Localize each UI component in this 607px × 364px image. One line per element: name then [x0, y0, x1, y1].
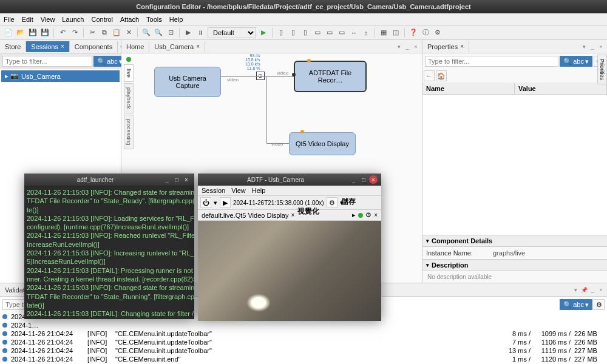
minimize-icon[interactable]: _ [589, 286, 596, 294]
section-description[interactable]: ▾ Description [422, 259, 607, 271]
zoom-in-icon[interactable]: 🔍 [141, 28, 151, 38]
launcher-window[interactable]: adtf_launcher _ □ × 2024-11-26 21:15:03 … [24, 174, 194, 319]
node-camera-capture[interactable]: Usb Camera Capture video [154, 67, 221, 97]
log-row[interactable]: 2024-11-26 21:04:24[INFO]"CE.CEMenu.init… [0, 346, 607, 355]
run-icon[interactable]: ▶ [259, 28, 268, 38]
grid-icon[interactable]: ▦ [379, 28, 388, 38]
save-icon[interactable]: 💾 [28, 28, 38, 38]
prop-filter-input[interactable] [425, 56, 558, 67]
distribute-v-icon[interactable]: ↕ [361, 28, 371, 38]
tab-priorities[interactable]: Priorities [597, 55, 607, 84]
tree-item-usb-camera[interactable]: ▸ 📷 Usb_Camera [1, 70, 120, 82]
play-icon[interactable]: ▶ [183, 28, 193, 38]
close-icon[interactable]: × [182, 175, 191, 184]
close-icon[interactable]: × [196, 43, 200, 50]
node-video-display[interactable]: video Qt5 Video Display [289, 132, 356, 155]
menu-help[interactable]: Help [169, 16, 183, 23]
power-icon[interactable]: ⏻ [200, 197, 211, 208]
video-window[interactable]: ADTF - Usb_Camera _ □ × Session View Hel… [198, 174, 381, 319]
dropdown-icon[interactable]: ▾ [580, 43, 588, 50]
align-center-icon[interactable]: ▯ [288, 28, 298, 38]
play-icon[interactable]: ▶ [220, 197, 231, 208]
cut-icon[interactable]: ✂ [87, 28, 97, 38]
section-component-details[interactable]: ▾ Component Details [422, 235, 607, 247]
info-icon[interactable]: ⓘ [421, 28, 430, 38]
pin-icon[interactable]: 📌 [580, 286, 588, 294]
log-row[interactable]: 2024-11-26 21:04:24[INFO]"CE.CEMenu.init… [0, 355, 607, 363]
undo-icon[interactable]: ↶ [58, 28, 67, 38]
distribute-h-icon[interactable]: ↔ [349, 28, 359, 38]
tab-home[interactable]: Home [121, 41, 149, 52]
tab-settings-icon[interactable]: ⚙ [365, 211, 371, 219]
paste-icon[interactable]: 📋 [112, 28, 121, 38]
minimize-icon[interactable]: _ [350, 175, 358, 184]
video-tab[interactable]: default.live.Qt5 Video Display [202, 212, 289, 219]
maximize-icon[interactable]: □ [172, 175, 181, 184]
align-top-icon[interactable]: ▭ [313, 28, 322, 38]
menu-control[interactable]: Control [91, 16, 112, 23]
close-icon[interactable]: × [374, 212, 378, 218]
zoom-fit-icon[interactable]: ⊡ [166, 28, 175, 38]
align-middle-icon[interactable]: ▭ [325, 28, 334, 38]
close-icon[interactable]: × [460, 43, 464, 50]
snap-icon[interactable]: ◫ [391, 28, 401, 38]
tab-components[interactable]: Components [70, 41, 118, 52]
pause-icon[interactable]: ⏸ [195, 28, 205, 38]
node-file-recorder[interactable]: video ADTFDAT File Recor… [294, 61, 367, 92]
tab-sessions[interactable]: Sessions× [26, 41, 69, 52]
minimize-icon[interactable]: _ [404, 43, 411, 50]
config-icon[interactable]: ⊙ [256, 72, 265, 80]
minimize-icon[interactable]: _ [163, 175, 171, 184]
port-trigger-icon[interactable] [300, 130, 304, 133]
redo-icon[interactable]: ↷ [70, 28, 80, 38]
align-bottom-icon[interactable]: ▭ [337, 28, 347, 38]
close-panel-icon[interactable]: × [597, 43, 605, 50]
zoom-out-icon[interactable]: 🔍 [154, 28, 163, 38]
settings-icon[interactable]: ⚙ [433, 28, 443, 38]
menu-launch[interactable]: Launch [62, 16, 84, 23]
video-titlebar[interactable]: ADTF - Usb_Camera _ □ × [198, 174, 381, 186]
menu-help[interactable]: Help [252, 187, 266, 194]
menu-view[interactable]: View [231, 187, 246, 194]
validation-filter-button[interactable]: 🔍 abc ▾ [560, 299, 592, 310]
copy-icon[interactable]: ⧉ [100, 28, 109, 38]
dropdown-icon[interactable]: ▾ [395, 43, 402, 50]
launcher-titlebar[interactable]: adtf_launcher _ □ × [24, 174, 194, 186]
home-icon[interactable]: 🏠 [436, 70, 447, 81]
maximize-icon[interactable]: □ [359, 175, 368, 184]
menu-session[interactable]: Session [202, 187, 225, 194]
align-right-icon[interactable]: ▯ [300, 28, 310, 38]
save-all-icon[interactable]: 💾 [40, 28, 50, 38]
menu-file[interactable]: File [4, 16, 15, 23]
close-icon[interactable]: × [61, 43, 64, 50]
menu-view[interactable]: View [41, 16, 55, 23]
vtab-processing[interactable]: processing [124, 115, 134, 150]
new-icon[interactable]: 📄 [4, 28, 13, 38]
close-panel-icon[interactable]: × [597, 286, 605, 294]
filter-settings-icon[interactable]: ⚙ [594, 299, 605, 310]
minimize-icon[interactable]: _ [589, 43, 596, 50]
log-row[interactable]: 2024-1… [0, 321, 607, 329]
tab-usb-camera[interactable]: Usb_Camera× [149, 41, 205, 52]
tab-store[interactable]: Store [0, 41, 26, 52]
help-icon[interactable]: ❓ [409, 28, 418, 38]
close-panel-icon[interactable]: × [412, 43, 419, 50]
log-row[interactable]: 2024-11-26 21:04:24[INFO]"CE.CEMenu.init… [0, 329, 607, 338]
tab-properties[interactable]: Properties× [422, 41, 469, 52]
tab-nav-left-icon[interactable]: ▸ [352, 211, 356, 219]
port-trigger-icon[interactable] [307, 59, 311, 62]
back-icon[interactable]: ← [424, 70, 435, 81]
gear-icon[interactable]: ⚙ [327, 197, 337, 208]
open-icon[interactable]: 📂 [16, 28, 25, 38]
delete-icon[interactable]: ✕ [124, 28, 134, 38]
dropdown-icon[interactable]: ▾ [214, 199, 217, 207]
prop-filter-button[interactable]: 🔍 abc ▾ [560, 56, 592, 67]
vtab-playback[interactable]: playback [124, 83, 134, 113]
vtab-live[interactable]: live [124, 64, 134, 82]
menu-tools[interactable]: Tools [146, 16, 162, 23]
close-icon[interactable]: × [291, 212, 295, 218]
align-left-icon[interactable]: ▯ [276, 28, 286, 38]
menu-edit[interactable]: Edit [22, 16, 33, 23]
profile-select[interactable]: Default [208, 27, 256, 38]
close-icon[interactable]: × [369, 175, 378, 184]
